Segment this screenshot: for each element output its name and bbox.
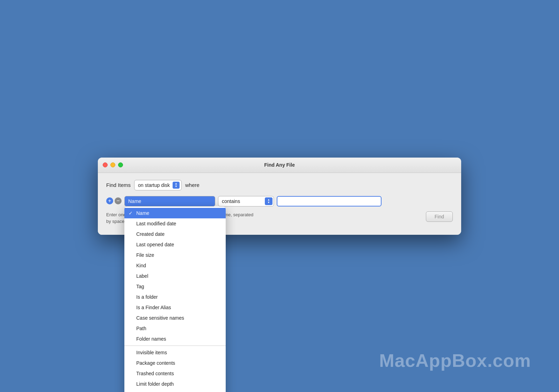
watermark: MacAppBox.com bbox=[379, 350, 531, 371]
criterion-selected-label: Name bbox=[128, 198, 141, 204]
add-remove-buttons: + − bbox=[106, 197, 122, 204]
location-dropdown[interactable]: on startup disk bbox=[134, 180, 182, 190]
remove-criterion-button[interactable]: − bbox=[115, 197, 122, 204]
menu-item-limit-amount[interactable]: Limit amount bbox=[124, 389, 226, 392]
menu-section-2: Invisible items Package contents Trashed… bbox=[124, 346, 226, 392]
location-dropdown-wrapper[interactable]: on startup disk ▲ ▼ bbox=[134, 180, 182, 190]
traffic-lights bbox=[103, 162, 123, 167]
menu-item-is-a-folder[interactable]: Is a folder bbox=[124, 292, 226, 302]
find-button[interactable]: Find bbox=[426, 211, 453, 222]
criterion-dropdown-popup: Name Last modified date Created date Las… bbox=[124, 206, 226, 392]
add-criterion-button[interactable]: + bbox=[106, 197, 113, 204]
menu-item-created-date[interactable]: Created date bbox=[124, 229, 226, 239]
condition-dropdown-wrapper[interactable]: contains begins with ends with is is not… bbox=[218, 196, 274, 206]
minimize-button[interactable] bbox=[110, 162, 115, 167]
menu-item-is-finder-alias[interactable]: Is a Finder Alias bbox=[124, 302, 226, 313]
menu-item-package-contents[interactable]: Package contents bbox=[124, 358, 226, 368]
menu-item-case-sensitive[interactable]: Case sensitive names bbox=[124, 313, 226, 323]
menu-item-invisible-items[interactable]: Invisible items bbox=[124, 347, 226, 358]
top-row: Find Items on startup disk ▲ ▼ where bbox=[106, 180, 453, 190]
menu-item-last-opened-date[interactable]: Last opened date bbox=[124, 239, 226, 250]
desktop: Find Any File Find Items on startup disk… bbox=[0, 0, 559, 392]
menu-item-last-modified-date[interactable]: Last modified date bbox=[124, 218, 226, 229]
app-window: Find Any File Find Items on startup disk… bbox=[98, 158, 461, 235]
menu-item-tag[interactable]: Tag bbox=[124, 281, 226, 292]
menu-item-label[interactable]: Label bbox=[124, 271, 226, 281]
menu-item-folder-names[interactable]: Folder names bbox=[124, 334, 226, 344]
menu-item-file-size[interactable]: File size bbox=[124, 250, 226, 260]
search-text-input[interactable] bbox=[277, 196, 382, 206]
title-bar: Find Any File bbox=[98, 158, 461, 173]
menu-item-limit-folder-depth[interactable]: Limit folder depth bbox=[124, 379, 226, 389]
find-items-label: Find Items bbox=[106, 182, 131, 188]
window-content: Find Items on startup disk ▲ ▼ where bbox=[98, 173, 461, 235]
menu-item-kind[interactable]: Kind bbox=[124, 260, 226, 271]
window-title: Find Any File bbox=[264, 162, 295, 168]
menu-item-name[interactable]: Name bbox=[124, 208, 226, 218]
menu-item-path[interactable]: Path bbox=[124, 323, 226, 334]
menu-section-1: Name Last modified date Created date Las… bbox=[124, 206, 226, 346]
menu-item-trashed-contents[interactable]: Trashed contents bbox=[124, 368, 226, 379]
close-button[interactable] bbox=[103, 162, 108, 167]
criterion-dropdown-wrapper[interactable]: Name Name Last modified date Created dat… bbox=[124, 196, 215, 206]
criterion-dropdown-trigger[interactable]: Name bbox=[124, 196, 215, 206]
condition-dropdown[interactable]: contains begins with ends with is is not bbox=[218, 196, 274, 206]
search-row: + − Name Name Last modified date Created… bbox=[106, 196, 453, 206]
maximize-button[interactable] bbox=[118, 162, 123, 167]
where-label: where bbox=[185, 182, 199, 188]
